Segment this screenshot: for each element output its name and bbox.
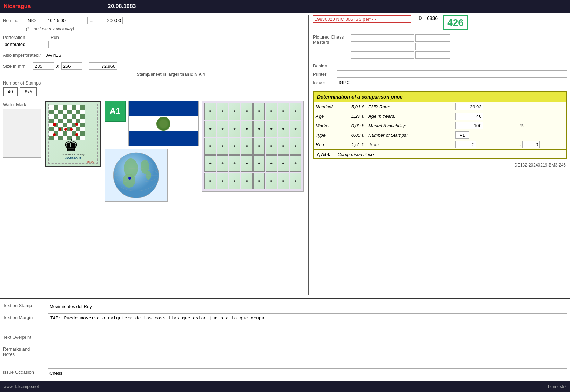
issue-occasion-row: Issue Occasion [3,368,567,378]
comp-age-empty [517,111,566,121]
sheet-stamp-mini: ♚ [253,138,265,155]
sheet-stamp-mini: ♚ [253,155,265,172]
comp-age-years-label: Age in Years: [366,111,453,121]
sheet-section: ♚♚♚♚♚♚♚♚♚♚♚♚♚♚♚♚♚♚♚♚♚♚♚♚♚♚♚♚♚♚♚♚♚♚♚♚♚♚♚♚ [202,101,304,202]
text-on-stamp-label: Text on Stamp [3,302,45,308]
text-on-stamp-input[interactable] [48,302,567,311]
nicaragua-flag [128,101,199,146]
sheet-stamp-mini: ♚ [290,103,301,120]
comp-nominal-value: 5,01 € [342,102,366,111]
footer: www.delcampe.net hennes57 [0,381,570,392]
sheet-stamp-mini: ♚ [241,121,253,137]
design-input[interactable] [337,62,567,69]
comp-row-run: Run 1,50 € from - [314,140,566,149]
size-result-input[interactable] [89,62,117,70]
text-overprint-input[interactable] [48,333,567,343]
price-badge: 426 [443,15,468,30]
nominal-row: Nominal = [3,17,304,24]
pcm-input-3b[interactable] [415,51,450,59]
text-on-stamp-row: Text on Stamp [3,302,567,311]
also-imperforated-label: Also imperforated? [3,53,41,58]
text-overprint-row: Text Overprint [3,333,567,343]
sheet-stamp-mini: ♚ [241,173,253,189]
comp-eur-input[interactable] [455,103,483,110]
sheet-stamp-mini: ♚ [290,121,301,137]
perforation-header: Perforation [3,35,45,40]
comp-run-cell [453,140,518,149]
pcm-input-3[interactable] [351,51,414,59]
pcm-input-1b[interactable] [415,34,450,42]
pcm-input-1[interactable] [351,34,414,42]
sheet-stamp-mini: ♚ [204,138,216,155]
also-imperforated-input[interactable] [44,52,79,59]
stamp-country: NICARAGUA [46,157,100,160]
nominal-note: (* = no longer valid today) [26,26,304,31]
dot3 [64,128,67,131]
comp-num-stamps-label: Number of Stamps: [366,130,453,140]
size-width-input[interactable] [33,62,54,70]
sheet-stamp-mini: ♚ [266,103,277,120]
comp-run-to-input[interactable] [522,141,540,148]
nominal-result-input[interactable] [95,17,123,24]
dpi-section: Design Printer Issuer [313,62,567,86]
perforation-section: Perforation Run [3,35,304,48]
comparison-header: Determination of a comparison price [314,92,566,102]
remarks-notes-label: Remarks andNotes [3,345,45,357]
printer-row: Printer [313,70,567,78]
comp-market-input[interactable] [455,122,483,129]
text-on-margin-row: Text on Margin TAB: Puede moverse a calq… [3,313,567,331]
footer-right: hennes57 [548,384,566,389]
pcm-label: Pictured ChessMasters [313,34,348,45]
sheet-stamp-mini: ♚ [204,103,216,120]
sheet-stamp-mini: ♚ [253,121,265,137]
text-on-margin-textarea[interactable]: TAB: Puede moverse a calquiera de las ca… [48,313,567,331]
remarks-notes-box [48,345,567,366]
sheet-stamp-mini: ♚ [229,103,241,120]
sheet-stamp-mini: ♚ [204,173,216,189]
sheet-stamp-mini: ♚ [278,138,289,155]
main-content: Nominal = (* = no longer valid today) Pe… [0,13,570,298]
comp-run-from-input[interactable] [455,141,476,148]
comp-run-value: 1,50 € [342,140,366,149]
id-value: 6836 [427,15,438,21]
watermark-label: Water Mark: [3,102,41,107]
sheet-stamp-mini: ♚ [278,173,289,189]
sheet-stamp-mini: ♚ [229,121,241,137]
formula-input[interactable] [46,17,88,24]
issuer-row: Issuer [313,79,567,86]
comp-from-label: from [366,140,453,149]
comp-age-input[interactable] [455,113,483,120]
comp-age-value: 1,27 € [342,111,366,121]
sheet-stamp-mini: ♚ [290,138,301,155]
issuer-label: Issuer [313,80,334,85]
pcm-input-2[interactable] [351,43,414,50]
stamp-count-button[interactable]: 40 [3,87,18,96]
size-height-input[interactable] [61,62,82,70]
sheet-stamp-mini: ♚ [217,155,228,172]
comp-type-label: Type [314,130,342,140]
globe-image [105,149,168,202]
run-input[interactable] [48,41,90,48]
sheet-stamp-mini: ♚ [241,103,253,120]
issue-occasion-input[interactable] [48,368,567,378]
comp-v1-input[interactable] [455,131,469,139]
comp-market-label: Market [314,121,342,130]
comp-total-label: = Comparison Price [334,152,374,157]
stamp-code-input[interactable] [313,15,411,23]
printer-input[interactable] [337,70,567,78]
comp-type-value: 0,00 € [342,130,366,140]
comp-dash: - [519,142,522,147]
perf-inputs [3,41,304,48]
sheet-stamp-mini: ♚ [278,103,289,120]
comp-total-value: 7,78 € [316,151,330,157]
pcm-input-2b[interactable] [415,43,450,50]
text-on-margin-label: Text on Margin [3,313,45,320]
stamp-layout-button[interactable]: 8x5 [20,87,37,96]
perforation-input[interactable] [3,41,45,48]
currency-input[interactable] [26,17,43,24]
issuer-input[interactable] [337,79,567,86]
din-note: Stamp/sheet is larger than DIN A 4 [38,72,304,77]
sheet-stamp-mini: ♚ [253,103,265,120]
flag-blue-bottom [129,131,198,146]
comp-age-label: Age [314,111,342,121]
